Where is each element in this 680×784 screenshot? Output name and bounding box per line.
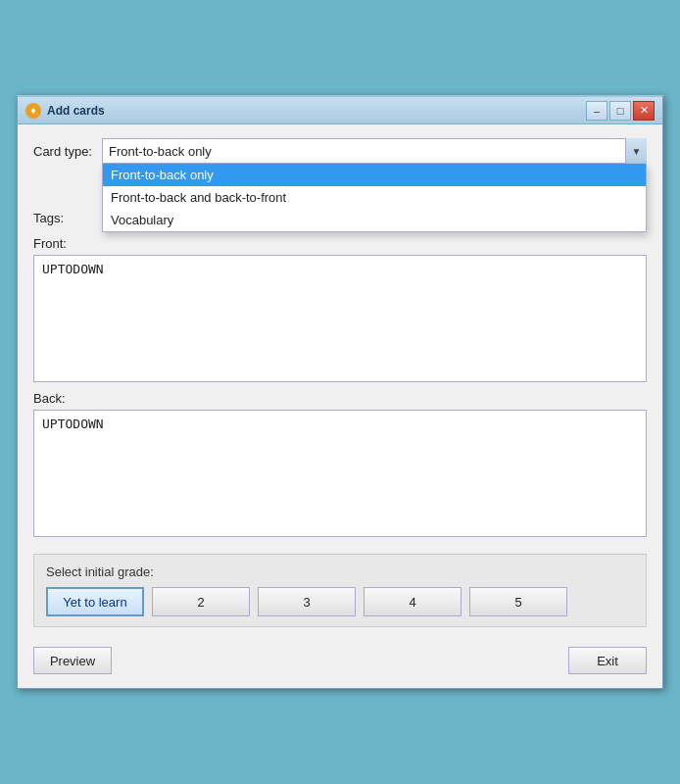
dropdown-option-2[interactable]: Front-to-back and back-to-front bbox=[103, 186, 646, 209]
grade-button-5[interactable]: 5 bbox=[469, 587, 567, 616]
back-label: Back: bbox=[33, 391, 647, 406]
grade-button-yet-to-learn[interactable]: Yet to learn bbox=[46, 587, 144, 616]
add-cards-window: ♦ Add cards – □ ✕ Card type: Front-to-ba… bbox=[17, 95, 663, 689]
grade-button-4[interactable]: 4 bbox=[364, 587, 461, 616]
window-body: Card type: Front-to-back only ▼ Front-to… bbox=[18, 124, 662, 688]
card-type-label: Card type: bbox=[33, 144, 102, 159]
title-bar: ♦ Add cards – □ ✕ bbox=[18, 97, 662, 124]
preview-button[interactable]: Preview bbox=[33, 647, 112, 674]
grade-section-label: Select initial grade: bbox=[46, 564, 634, 579]
card-type-display[interactable]: Front-to-back only bbox=[102, 138, 647, 164]
tags-label: Tags: bbox=[33, 211, 102, 225]
front-textarea[interactable] bbox=[33, 255, 647, 382]
card-type-dropdown[interactable]: Front-to-back only Front-to-back and bac… bbox=[102, 164, 647, 232]
bottom-bar: Preview Exit bbox=[33, 639, 647, 674]
card-type-select-wrapper: Front-to-back only ▼ Front-to-back only … bbox=[102, 138, 647, 164]
restore-button[interactable]: □ bbox=[609, 101, 631, 121]
grade-button-3[interactable]: 3 bbox=[258, 587, 356, 616]
front-label: Front: bbox=[33, 236, 647, 251]
card-type-row: Card type: Front-to-back only ▼ Front-to… bbox=[33, 138, 647, 164]
dropdown-option-1[interactable]: Front-to-back only bbox=[103, 164, 646, 186]
minimize-button[interactable]: – bbox=[586, 101, 607, 121]
exit-button[interactable]: Exit bbox=[568, 647, 647, 674]
grade-section: Select initial grade: Yet to learn 2 3 4… bbox=[33, 554, 647, 627]
grade-buttons-group: Yet to learn 2 3 4 5 bbox=[46, 587, 634, 616]
dropdown-option-3[interactable]: Vocabulary bbox=[103, 209, 646, 231]
window-controls: – □ ✕ bbox=[586, 101, 655, 121]
window-title: Add cards bbox=[47, 104, 586, 118]
close-button[interactable]: ✕ bbox=[633, 101, 655, 121]
window-icon: ♦ bbox=[25, 103, 41, 119]
back-textarea[interactable] bbox=[33, 410, 647, 537]
grade-button-2[interactable]: 2 bbox=[152, 587, 250, 616]
